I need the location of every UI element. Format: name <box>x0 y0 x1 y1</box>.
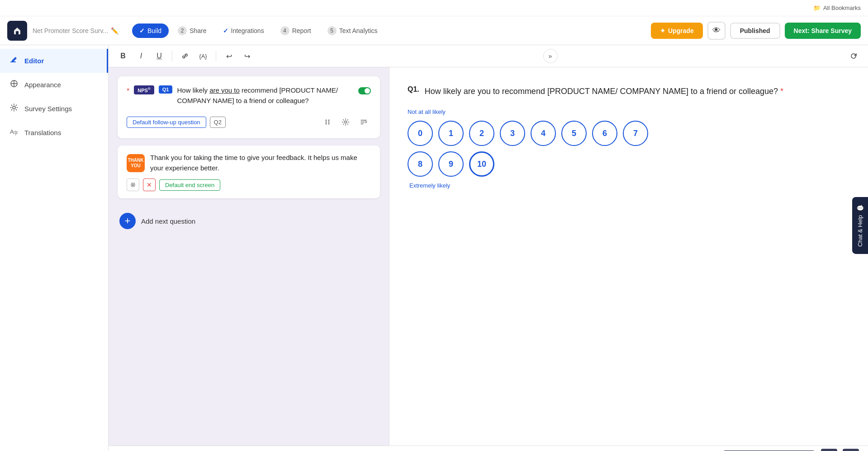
upgrade-button[interactable]: ✦ Upgrade <box>651 23 703 39</box>
badge-q2: Q2 <box>210 117 226 128</box>
thankyou-settings-button[interactable] <box>127 179 139 191</box>
nps-scale-2: 8 9 10 <box>408 151 850 177</box>
chat-widget[interactable]: 💬 Chat & Help <box>852 197 868 254</box>
tab-build[interactable]: ✓ Build <box>132 23 169 38</box>
home-button[interactable] <box>7 21 27 41</box>
survey-title: Net Promoter Score Surv... ✏️ <box>33 27 123 34</box>
progress-bar-area: 0% Powered by surveySENSUM ▲ ▼ <box>109 446 868 451</box>
tab-report[interactable]: 4 Report <box>273 23 318 39</box>
sidebar-item-appearance[interactable]: Appearance <box>0 73 108 97</box>
nps-8[interactable]: 8 <box>408 151 433 177</box>
logic-button-q1[interactable] <box>356 115 371 129</box>
expand-button[interactable]: » <box>543 49 558 63</box>
nav-tabs: ✓ Build 2 Share ✓ Integrations 4 Report … <box>132 23 385 39</box>
svg-point-3 <box>13 106 15 109</box>
sidebar-item-translations[interactable]: A字 Translations <box>0 121 108 145</box>
tab-share[interactable]: 2 Share <box>171 23 213 39</box>
toolbar-separator-1 <box>172 51 172 61</box>
add-question-label: Add next question <box>141 217 195 225</box>
thankyou-card: THANK YOU Thank you for taking the time … <box>118 146 380 198</box>
nps-6[interactable]: 6 <box>592 121 617 146</box>
bold-button[interactable]: B <box>116 49 130 63</box>
nav-up-button[interactable]: ▲ <box>821 449 837 451</box>
tab-integrations[interactable]: ✓ Integrations <box>216 23 271 38</box>
badge-nps: NPS® <box>134 85 154 94</box>
svg-point-11 <box>328 123 330 125</box>
svg-rect-0 <box>16 31 19 34</box>
add-question-button[interactable]: + <box>119 213 136 229</box>
translations-icon: A字 <box>9 127 19 138</box>
sidebar-item-label-appearance: Appearance <box>24 81 61 89</box>
thankyou-text[interactable]: Thank you for taking the time to give yo… <box>150 153 371 173</box>
sidebar-item-editor[interactable]: Editor <box>0 49 108 73</box>
thankyou-close-button[interactable]: ✕ <box>143 179 156 191</box>
drag-handle[interactable] <box>320 115 335 129</box>
toolbar-separator-2 <box>216 51 216 61</box>
nps-5[interactable]: 5 <box>561 121 587 146</box>
nps-10[interactable]: 10 <box>469 151 494 177</box>
editor-icon <box>9 55 19 66</box>
nps-scale: 0 1 2 3 4 5 6 7 <box>408 121 850 146</box>
nav-down-button[interactable]: ▼ <box>843 449 859 451</box>
sidebar-item-label-editor: Editor <box>24 57 44 65</box>
follow-up-button[interactable]: Default follow-up question <box>127 117 206 128</box>
svg-point-12 <box>345 121 347 123</box>
appearance-icon <box>9 79 19 90</box>
eye-icon: 👁 <box>712 26 721 35</box>
preview-panel: Q1. How likely are you to recommend [PRO… <box>389 67 868 446</box>
badge-end: Default end screen <box>159 179 220 191</box>
editor-area: B I U {A} ↩ ↪ » <box>109 45 868 451</box>
question-text-q1[interactable]: How likely are you to recommend [PRODUCT… <box>177 85 354 106</box>
svg-point-13 <box>132 184 134 186</box>
nps-3[interactable]: 3 <box>500 121 525 146</box>
svg-point-8 <box>326 123 327 125</box>
nps-1[interactable]: 1 <box>438 121 464 146</box>
question-card-q1: * NPS® Q1 How likely are you to recommen… <box>118 76 380 138</box>
nps-7[interactable]: 7 <box>623 121 648 146</box>
variable-button[interactable]: {A} <box>196 49 210 63</box>
thankyou-icon: THANK YOU <box>127 154 145 172</box>
main-layout: Editor Appearance Survey Settings A字 Tra… <box>0 45 868 451</box>
editor-toolbar: B I U {A} ↩ ↪ » <box>109 45 868 67</box>
link-button[interactable] <box>178 49 192 63</box>
svg-point-7 <box>326 122 327 123</box>
topbar-actions: ✦ Upgrade 👁 Published Next: Share Survey <box>651 22 861 40</box>
undo-button[interactable]: ↩ <box>222 49 236 63</box>
underline-button[interactable]: U <box>152 49 166 63</box>
next-share-button[interactable]: Next: Share Survey <box>785 23 861 39</box>
toggle-q1[interactable] <box>358 87 371 94</box>
nps-0[interactable]: 0 <box>408 121 433 146</box>
edit-icon[interactable]: ✏️ <box>111 27 119 34</box>
nps-2[interactable]: 2 <box>469 121 494 146</box>
required-indicator: * <box>127 87 129 95</box>
svg-point-6 <box>326 120 327 121</box>
published-button[interactable]: Published <box>730 23 780 39</box>
upgrade-icon: ✦ <box>660 27 665 34</box>
sidebar: Editor Appearance Survey Settings A字 Tra… <box>0 45 109 451</box>
nps-9[interactable]: 9 <box>438 151 464 177</box>
refresh-button[interactable] <box>846 49 861 63</box>
tab-text-analytics[interactable]: 5 Text Analytics <box>320 23 385 39</box>
sidebar-item-survey-settings[interactable]: Survey Settings <box>0 97 108 121</box>
sidebar-item-label-settings: Survey Settings <box>24 105 72 113</box>
extremely-likely-label: Extremely likely <box>409 182 850 189</box>
preview-q-number: Q1. <box>408 85 419 96</box>
add-question-area[interactable]: + Add next question <box>118 206 380 236</box>
questions-panel: * NPS® Q1 How likely are you to recommen… <box>109 67 389 446</box>
svg-point-10 <box>328 122 330 123</box>
bookmark-icon: 📁 <box>813 5 821 11</box>
nps-4[interactable]: 4 <box>531 121 556 146</box>
question-footer-q1: Default follow-up question Q2 <box>127 111 371 129</box>
svg-text:字: 字 <box>14 131 18 136</box>
thankyou-footer: ✕ Default end screen <box>127 179 371 191</box>
italic-button[interactable]: I <box>134 49 148 63</box>
redo-button[interactable]: ↪ <box>240 49 254 63</box>
not-likely-label: Not at all likely <box>408 108 850 115</box>
sidebar-item-label-translations: Translations <box>24 129 61 136</box>
settings-button-q1[interactable] <box>338 115 353 129</box>
svg-point-9 <box>328 120 330 121</box>
chat-icon: 💬 <box>857 204 863 211</box>
preview-button[interactable]: 👁 <box>707 22 726 40</box>
topbar: Net Promoter Score Surv... ✏️ ✓ Build 2 … <box>0 16 868 45</box>
all-bookmarks[interactable]: 📁 All Bookmarks <box>813 5 861 11</box>
